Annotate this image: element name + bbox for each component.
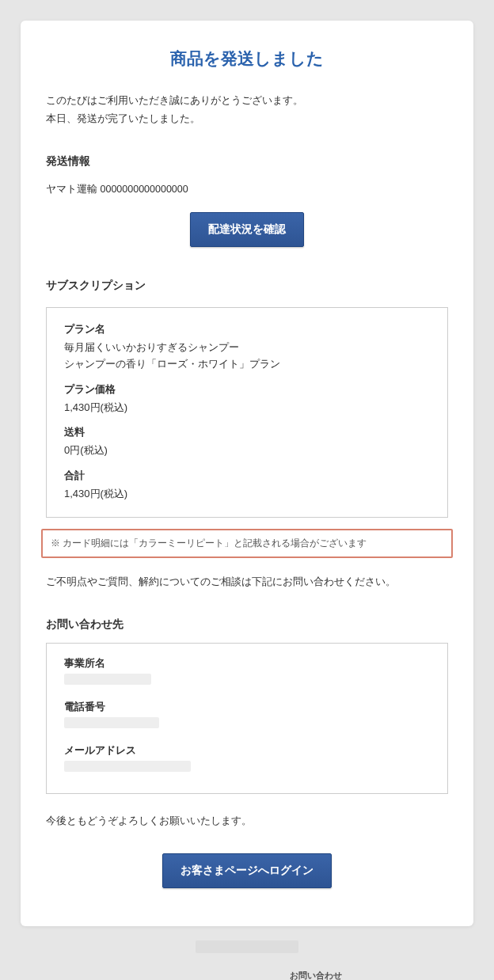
- intro-text: このたびはご利用いただき誠にありがとうございます。 本日、発送が完了いたしました…: [46, 92, 448, 127]
- plan-name-field: プラン名 毎月届くいいかおりすぎるシャンプー シャンプーの香り「ローズ・ホワイト…: [64, 322, 430, 373]
- login-button[interactable]: お客さまページへログイン: [162, 853, 332, 888]
- total-value: 1,430円(税込): [64, 486, 430, 503]
- plan-name-label: プラン名: [64, 322, 430, 336]
- subscription-heading: サブスクリプション: [46, 279, 448, 293]
- support-note: ご不明点やご質問、解約についてのご相談は下記にお問い合わせください。: [46, 574, 448, 591]
- plan-price-value: 1,430円(税込): [64, 400, 430, 416]
- plan-price-label: プラン価格: [64, 382, 430, 397]
- plan-price-field: プラン価格 1,430円(税込): [64, 382, 430, 416]
- phone-redacted: [64, 717, 159, 728]
- track-button-wrap: 配達状況を確認: [46, 212, 448, 247]
- company-name-redacted: [64, 674, 151, 685]
- shipping-info: ヤマト運輸 0000000000000000: [46, 183, 448, 196]
- phone-label: 電話番号: [64, 700, 430, 714]
- shipping-fee-label: 送料: [64, 425, 430, 439]
- shipping-fee-field: 送料 0円(税込): [64, 425, 430, 459]
- footer-contact-heading: お問い合わせ: [290, 969, 473, 980]
- intro-line-2: 本日、発送が完了いたしました。: [46, 110, 448, 128]
- track-delivery-button[interactable]: 配達状況を確認: [190, 212, 304, 247]
- login-button-wrap: お客さまページへログイン: [46, 853, 448, 888]
- plan-name-value-1: 毎月届くいいかおりすぎるシャンプー: [64, 340, 430, 356]
- contact-box: 事業所名 電話番号 メールアドレス: [46, 643, 448, 794]
- footer-contact: お問い合わせ 電話番号: 88888888888 メールアドレス:: [290, 969, 473, 980]
- card-statement-notice: ※ カード明細には「カラーミーリピート」と記載される場合がございます: [41, 529, 453, 558]
- total-field: 合計 1,430円(税込): [64, 469, 430, 503]
- page-title: 商品を発送しました: [46, 47, 448, 70]
- company-name-label: 事業所名: [64, 656, 430, 670]
- plan-name-value-2: シャンプーの香り「ローズ・ホワイト」プラン: [64, 356, 430, 373]
- contact-heading: お問い合わせ先: [46, 617, 448, 632]
- subscription-box: プラン名 毎月届くいいかおりすぎるシャンプー シャンプーの香り「ローズ・ホワイト…: [46, 307, 448, 518]
- footer-logo-redacted: [196, 940, 298, 953]
- shipping-fee-value: 0円(税込): [64, 443, 430, 459]
- total-label: 合計: [64, 469, 430, 483]
- footer: お問い合わせ 電話番号: 88888888888 メールアドレス:: [21, 940, 473, 980]
- email-label: メールアドレス: [64, 743, 430, 758]
- email-redacted: [64, 761, 191, 772]
- shipping-heading: 発送情報: [46, 154, 448, 169]
- closing-text: 今後ともどうぞよろしくお願いいたします。: [46, 815, 448, 828]
- notification-card: 商品を発送しました このたびはご利用いただき誠にありがとうございます。 本日、発…: [21, 21, 473, 926]
- intro-line-1: このたびはご利用いただき誠にありがとうございます。: [46, 92, 448, 110]
